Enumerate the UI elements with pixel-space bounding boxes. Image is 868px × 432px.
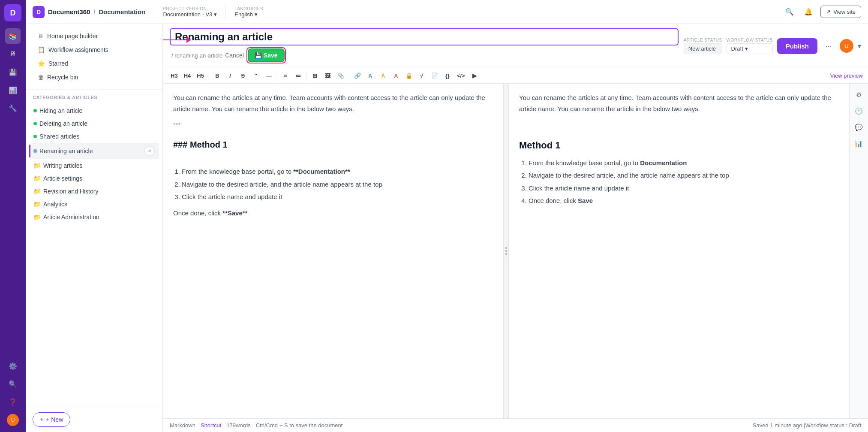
right-icon-settings[interactable]: ⚙ bbox=[852, 88, 866, 102]
preview-list-item-1: From the knowledge base portal, go to Do… bbox=[529, 157, 839, 169]
nav-item-starred[interactable]: ⭐ Starred bbox=[33, 57, 156, 70]
article-status-group: ARTICLE STATUS New article WORKFLOW STAT… bbox=[684, 38, 861, 54]
toolbar-dash[interactable]: — bbox=[263, 71, 275, 81]
nav-icon-tools[interactable]: 🔧 bbox=[5, 100, 21, 116]
tree-item-revision[interactable]: 📁 Revision and History bbox=[29, 185, 159, 198]
new-button[interactable]: + + New bbox=[33, 412, 70, 427]
nav-item-workflow[interactable]: 📋 Workflow assignments bbox=[33, 43, 156, 57]
tree-item-hiding[interactable]: Hiding an article bbox=[29, 104, 159, 117]
toolbar-lock[interactable]: 🔒 bbox=[403, 71, 415, 81]
version-label: PROJECT VERSION bbox=[163, 6, 217, 11]
save-highlight-box: 💾 Save bbox=[246, 47, 286, 63]
toolbar-color-red[interactable]: A bbox=[390, 71, 402, 81]
more-button[interactable]: ··· bbox=[822, 39, 835, 53]
nav-icon-library[interactable]: 📚 bbox=[5, 28, 21, 44]
tree-area: Hiding an article Deleting an article Sh… bbox=[26, 103, 162, 407]
footer-shortcut-label[interactable]: Shortcut bbox=[201, 422, 221, 429]
toolbar-table[interactable]: ⊞ bbox=[309, 71, 321, 81]
save-button[interactable]: 💾 Save bbox=[248, 48, 285, 62]
editor-toolbar: H3 H4 H5 B I S " — ≡ ≔ ⊞ 🖼 📎 🔗 A bbox=[163, 68, 868, 84]
nav-icon-settings[interactable]: ⚙️ bbox=[5, 358, 21, 374]
tree-item-renaming[interactable]: Renaming an article « bbox=[29, 143, 159, 159]
nav-icon-user-avatar[interactable]: U bbox=[5, 412, 21, 428]
tree-item-writing[interactable]: 📁 Writing articles bbox=[29, 159, 159, 172]
nav-icon-chart[interactable]: 📊 bbox=[5, 82, 21, 98]
markdown-content: You can rename the articles at any time.… bbox=[173, 92, 493, 218]
brand-name: Document360 bbox=[48, 8, 90, 15]
toolbar-code-inline[interactable]: </> bbox=[454, 71, 468, 81]
dot-hiding bbox=[33, 109, 37, 112]
arrow-line bbox=[163, 39, 186, 41]
version-selector[interactable]: PROJECT VERSION Documentation - V3 ▾ bbox=[163, 6, 217, 18]
toolbar-doc[interactable]: 📄 bbox=[429, 71, 441, 81]
toolbar-ol[interactable]: ≔ bbox=[292, 71, 304, 81]
toolbar-video[interactable]: ▶ bbox=[469, 71, 481, 81]
new-button-area: + + New bbox=[26, 407, 162, 432]
folder-writing-icon: 📁 bbox=[33, 162, 41, 169]
user-avatar[interactable]: U bbox=[840, 39, 853, 53]
toolbar-image[interactable]: 🖼 bbox=[322, 71, 334, 81]
starred-icon: ⭐ bbox=[38, 60, 45, 67]
active-bar bbox=[29, 145, 30, 157]
toolbar-italic[interactable]: I bbox=[224, 71, 236, 81]
md-paragraph: You can rename the articles at any time.… bbox=[173, 92, 493, 114]
collapse-button[interactable]: « bbox=[144, 146, 155, 156]
dot-shared bbox=[33, 135, 37, 138]
new-button-label: + New bbox=[46, 416, 63, 423]
toolbar-bold[interactable]: B bbox=[211, 71, 223, 81]
toolbar-strikethrough[interactable]: S bbox=[237, 71, 249, 81]
article-title-input[interactable] bbox=[170, 28, 679, 45]
cancel-button[interactable]: Cancel bbox=[225, 52, 244, 59]
toolbar-h4[interactable]: H4 bbox=[181, 71, 194, 81]
view-site-button[interactable]: ↗ View site bbox=[820, 6, 861, 18]
toolbar-h3[interactable]: H3 bbox=[168, 71, 180, 81]
icon-sidebar: D 📚 🖥 💾 📊 🔧 ⚙️ 🔍 ❓ U bbox=[0, 0, 26, 432]
toolbar-check[interactable]: √ bbox=[416, 71, 428, 81]
app-logo[interactable]: D bbox=[4, 4, 21, 21]
recycle-bin-label: Recycle bin bbox=[47, 74, 78, 81]
toolbar-ul[interactable]: ≡ bbox=[279, 71, 291, 81]
toolbar-attachment[interactable]: 📎 bbox=[335, 71, 347, 81]
tree-item-analytics[interactable]: 📁 Analytics bbox=[29, 198, 159, 211]
editor-header: / renaming-an-article Cancel 💾 Save ARTI… bbox=[163, 24, 868, 68]
nav-icon-help[interactable]: ❓ bbox=[5, 394, 21, 410]
editor-divider-handle[interactable] bbox=[504, 84, 509, 418]
nav-icon-monitor[interactable]: 🖥 bbox=[5, 46, 21, 62]
tree-item-article-settings[interactable]: 📁 Article settings bbox=[29, 172, 159, 185]
tree-item-admin[interactable]: 📁 Article Administration bbox=[29, 211, 159, 224]
tree-item-deleting[interactable]: Deleting an article bbox=[29, 117, 159, 130]
preview-content: You can rename the articles at any time.… bbox=[519, 92, 839, 206]
home-page-builder-icon: 🖥 bbox=[38, 33, 44, 39]
right-icon-comments[interactable]: 💬 bbox=[852, 121, 866, 134]
search-button[interactable]: 🔍 bbox=[783, 5, 796, 19]
label-shared: Shared articles bbox=[39, 133, 79, 140]
topbar-actions: 🔍 🔔 ↗ View site bbox=[783, 5, 861, 19]
toolbar-sep-3 bbox=[306, 72, 307, 80]
tree-item-shared[interactable]: Shared articles bbox=[29, 130, 159, 143]
home-page-builder-label: Home page builder bbox=[47, 33, 98, 39]
toolbar-h5[interactable]: H5 bbox=[194, 71, 207, 81]
toolbar-quote[interactable]: " bbox=[250, 71, 262, 81]
language-selector[interactable]: LANGUAGES English ▾ bbox=[234, 6, 263, 18]
folder-analytics-icon: 📁 bbox=[33, 201, 41, 208]
toolbar-sep-2 bbox=[277, 72, 277, 80]
right-icon-history[interactable]: 🕐 bbox=[852, 104, 866, 118]
toolbar-link[interactable]: 🔗 bbox=[351, 71, 363, 81]
workflow-label: Workflow assignments bbox=[48, 46, 108, 53]
nav-icon-search[interactable]: 🔍 bbox=[5, 376, 21, 392]
view-preview-button[interactable]: View preview bbox=[830, 73, 863, 79]
toolbar-color-blue[interactable]: A bbox=[364, 71, 376, 81]
nav-icon-save[interactable]: 💾 bbox=[5, 64, 21, 80]
markdown-pane[interactable]: You can rename the articles at any time.… bbox=[163, 84, 504, 418]
toolbar-color-yellow[interactable]: A bbox=[377, 71, 389, 81]
left-panel-nav: 🖥 Home page builder 📋 Workflow assignmen… bbox=[26, 24, 162, 90]
toolbar-code[interactable]: {} bbox=[442, 71, 454, 81]
folder-admin-icon: 📁 bbox=[33, 214, 41, 221]
publish-button[interactable]: Publish bbox=[777, 38, 817, 54]
nav-item-home-page-builder[interactable]: 🖥 Home page builder bbox=[33, 29, 156, 43]
nav-item-recycle-bin[interactable]: 🗑 Recycle bin bbox=[33, 70, 156, 84]
notification-button[interactable]: 🔔 bbox=[802, 5, 815, 19]
right-icon-analytics[interactable]: 📊 bbox=[852, 137, 866, 151]
workflow-status-select[interactable]: Draft ▾ bbox=[727, 43, 773, 54]
label-article-settings: Article settings bbox=[43, 175, 82, 182]
